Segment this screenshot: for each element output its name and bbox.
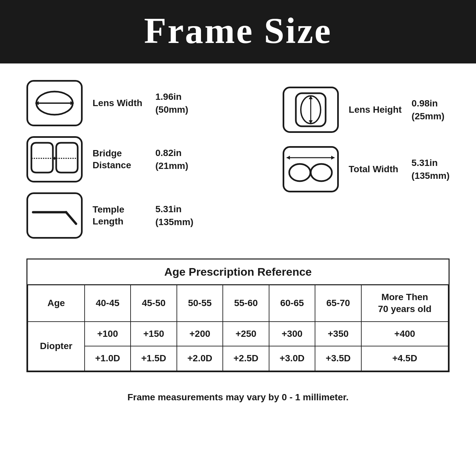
col-header-45-50: 45-50 (131, 285, 177, 322)
col-header-65-70: 65-70 (315, 285, 361, 322)
svg-marker-21 (331, 156, 335, 160)
svg-line-10 (66, 212, 76, 224)
cell-350: +350 (315, 322, 361, 346)
bridge-distance-label: BridgeDistance (93, 147, 145, 172)
cell-2-5d: +2.5D (223, 346, 269, 371)
cell-4-5d: +4.5D (361, 346, 448, 371)
lens-width-row: Lens Width 1.96in(50mm) (26, 80, 193, 126)
main-content: Lens Width 1.96in(50mm) (0, 63, 476, 422)
bridge-distance-row: BridgeDistance 0.82in(21mm) (26, 136, 193, 182)
col-header-60-65: 60-65 (269, 285, 315, 322)
col-header-50-55: 50-55 (177, 285, 223, 322)
cell-1d: +1.0D (85, 346, 131, 371)
lens-width-icon-box (26, 80, 83, 126)
lens-height-label: Lens Height (349, 104, 402, 116)
cell-200: +200 (177, 322, 223, 346)
col-header-age: Age (28, 285, 85, 322)
cell-3d: +3.0D (269, 346, 315, 371)
bridge-distance-value: 0.82in(21mm) (155, 146, 188, 172)
row-header-diopter: Diopter (28, 322, 85, 371)
page-title: Frame Size (0, 10, 476, 52)
svg-marker-20 (287, 156, 290, 160)
prescription-table: Age 40-45 45-50 50-55 55-60 60-65 65-70 … (27, 285, 449, 371)
lens-width-icon (31, 87, 78, 120)
left-specs: Lens Width 1.96in(50mm) (26, 80, 193, 239)
age-prescription-table-section: Age Prescription Reference Age 40-45 45-… (26, 258, 450, 372)
lens-height-value: 0.98in(25mm) (412, 97, 445, 123)
cell-300: +300 (269, 322, 315, 346)
table-title: Age Prescription Reference (27, 259, 449, 285)
total-width-icon (285, 151, 336, 187)
lens-width-label: Lens Width (93, 97, 145, 109)
table-diopter-row-1: Diopter +100 +150 +200 +250 +300 +350 +4… (28, 322, 448, 346)
cell-2d: +2.0D (177, 346, 223, 371)
temple-length-icon-box (26, 192, 83, 239)
cell-400: +400 (361, 322, 448, 346)
col-header-70plus: More Then70 years old (361, 285, 448, 322)
svg-point-17 (311, 164, 332, 181)
table-diopter-row-2: +1.0D +1.5D +2.0D +2.5D +3.0D +3.5D +4.5… (28, 346, 448, 371)
lens-width-value: 1.96in(50mm) (155, 90, 188, 116)
temple-length-icon (30, 197, 79, 234)
bridge-distance-icon (30, 141, 79, 178)
page-header: Frame Size (0, 0, 476, 63)
table-header-row: Age 40-45 45-50 50-55 55-60 60-65 65-70 … (28, 285, 448, 322)
temple-length-row: TempleLength 5.31in(135mm) (26, 192, 193, 239)
col-header-55-60: 55-60 (223, 285, 269, 322)
col-header-40-45: 40-45 (85, 285, 131, 322)
cell-3-5d: +3.5D (315, 346, 361, 371)
lens-height-row: Lens Height 0.98in(25mm) (283, 87, 445, 133)
temple-length-value: 5.31in(135mm) (155, 203, 193, 228)
total-width-label: Total Width (349, 163, 402, 175)
footer-note: Frame measurements may vary by 0 - 1 mil… (26, 385, 450, 409)
frame-specs-section: Lens Width 1.96in(50mm) (26, 80, 450, 239)
cell-100: +100 (85, 322, 131, 346)
total-width-value: 5.31in(135mm) (412, 156, 450, 182)
lens-height-icon-box (283, 87, 339, 133)
total-width-icon-box (283, 146, 339, 192)
cell-1-5d: +1.5D (131, 346, 177, 371)
lens-height-icon (288, 92, 334, 128)
cell-250: +250 (223, 322, 269, 346)
right-specs: Lens Height 0.98in(25mm) (283, 80, 450, 192)
temple-length-label: TempleLength (93, 204, 145, 228)
svg-point-16 (289, 164, 310, 181)
bridge-distance-icon-box (26, 136, 83, 182)
cell-150: +150 (131, 322, 177, 346)
total-width-row: Total Width 5.31in(135mm) (283, 146, 450, 192)
